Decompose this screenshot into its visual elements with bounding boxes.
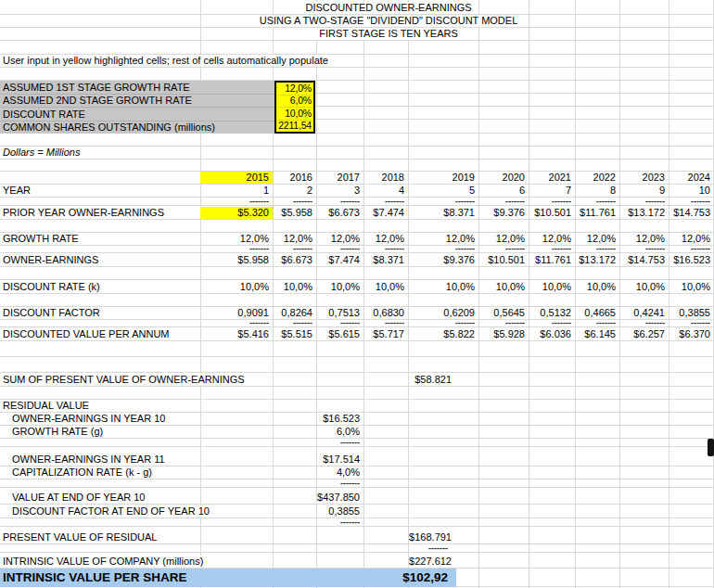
- value-cell: $5.717: [363, 328, 408, 340]
- value-cell: $16.523: [669, 254, 714, 266]
- year-cell: 2015: [200, 172, 273, 184]
- dash-row: -------: [0, 439, 714, 447]
- row-label: INTRINSIC VALUE OF COMPANY (millions): [0, 556, 200, 568]
- value-cell[interactable]: $13.172: [619, 207, 669, 219]
- value-cell[interactable]: $9.376: [478, 207, 529, 219]
- dash-cell: -------: [363, 321, 408, 326]
- value-cell: $13.172: [575, 254, 619, 266]
- value-cell[interactable]: $5.958: [273, 207, 316, 219]
- dash-cell: -------: [316, 247, 363, 252]
- dash-row: -------: [0, 544, 714, 553]
- dash-cell: -------: [408, 247, 478, 252]
- dash-cell: -------: [200, 247, 273, 252]
- dash-row: ----------------------------------------…: [0, 198, 714, 206]
- value-cell: $5.822: [408, 328, 478, 340]
- dash-cell: -------: [529, 247, 575, 252]
- dash-cell: -------: [619, 247, 669, 252]
- dash-cell: -------: [363, 247, 408, 252]
- year-number-cell: 8: [575, 185, 619, 197]
- input-value-cell[interactable]: 12,0%: [276, 83, 313, 96]
- intrinsic-company-row: INTRINSIC VALUE OF COMPANY (millions) $2…: [0, 555, 714, 569]
- dash-cell: -------: [669, 321, 714, 326]
- dash-cell: -------: [408, 321, 478, 326]
- value-cell: $5.928: [478, 328, 529, 340]
- dash-cell: -------: [363, 199, 408, 205]
- value-cell[interactable]: $5.320: [200, 207, 273, 219]
- input-value-cell[interactable]: 10,0%: [276, 108, 313, 121]
- intrinsic-share-row: INTRINSIC VALUE PER SHARE $102,92: [0, 569, 456, 587]
- cap-rate-row: CAPITALIZATION RATE (k - g) 4,0%: [0, 467, 714, 479]
- units-note: Dollars = Millions: [0, 147, 200, 159]
- dash-cell: -------: [316, 321, 363, 326]
- dash-cell: -------: [316, 481, 363, 487]
- value-cell[interactable]: $7.474: [363, 207, 408, 219]
- pv-residual-row: PRESENT VALUE OF RESIDUAL $168.791: [0, 530, 714, 544]
- value-end-y10-value: $437.850: [316, 492, 363, 504]
- value-cell: $5.958: [200, 254, 273, 266]
- title-row-1: DISCOUNTED OWNER-EARNINGS: [0, 0, 714, 15]
- value-cell[interactable]: $6.673: [316, 207, 363, 219]
- note-row: User input in yellow highlighted cells; …: [0, 55, 714, 68]
- value-cell: $6.036: [529, 328, 575, 340]
- sum-pv-value: $58.821: [408, 374, 478, 386]
- row-label: OWNER-EARNINGS IN YEAR 11: [0, 454, 200, 466]
- input-value-cell[interactable]: 2211,54: [276, 121, 313, 133]
- year-number-cell: 6: [478, 185, 529, 197]
- table-row-owner-earnings: OWNER-EARNINGS $5.958$6.673$7.474$8.371$…: [0, 253, 714, 267]
- value-end-y10-row: VALUE AT END OF YEAR 10 $437.850: [0, 491, 714, 505]
- value-cell: $11.761: [529, 254, 575, 266]
- dash-cell: -------: [408, 199, 478, 205]
- row-label: OWNER-EARNINGS: [0, 254, 200, 266]
- year-number-cell: 3: [316, 185, 363, 197]
- row-label: VALUE AT END OF YEAR 10: [0, 492, 200, 504]
- value-cell: 10,0%: [619, 281, 669, 293]
- dash-row: ----------------------------------------…: [0, 246, 714, 253]
- intrinsic-company-value: $227.612: [408, 556, 478, 568]
- dash-cell: -------: [575, 247, 619, 252]
- value-cell[interactable]: $10.501: [529, 207, 575, 219]
- oe-year10-row: OWNER-EARNINGS IN YEAR 10 $16.523: [0, 413, 714, 426]
- dash-cell: -------: [529, 321, 575, 326]
- growth-g-row: GROWTH RATE (g) 6,0%: [0, 426, 714, 439]
- dash-cell: -------: [408, 546, 478, 552]
- value-cell: 10,0%: [200, 281, 273, 293]
- input-row-label: ASSUMED 1ST STAGE GROWTH RATE: [0, 81, 274, 95]
- dash-cell: -------: [200, 321, 273, 326]
- dash-cell: -------: [575, 321, 619, 326]
- input-value-cell[interactable]: 6,0%: [276, 96, 313, 109]
- row-label: OWNER-EARNINGS IN YEAR 10: [0, 413, 200, 425]
- year-cell: 2016: [273, 172, 316, 184]
- grid-row: [0, 294, 714, 307]
- row-label: SUM OF PRESENT VALUE OF OWNER-EARNINGS: [0, 374, 200, 386]
- dash-cell: -------: [669, 247, 714, 252]
- value-cell[interactable]: $8.371: [408, 207, 478, 219]
- value-cell: $6.145: [575, 328, 619, 340]
- input-row-label: ASSUMED 2ND STAGE GROWTH RATE: [0, 95, 274, 109]
- row-label: GROWTH RATE (g): [0, 426, 200, 438]
- grid-row: [0, 387, 714, 400]
- section-header: RESIDUAL VALUE: [0, 400, 200, 412]
- year-number-cell: 9: [619, 185, 669, 197]
- row-label: GROWTH RATE: [0, 233, 200, 245]
- year-number-cell: 7: [529, 185, 575, 197]
- grid-row: [0, 134, 714, 147]
- value-cell: $9.376: [408, 254, 478, 266]
- scrollbar-thumb[interactable]: [708, 439, 714, 456]
- value-cell: $7.474: [316, 254, 363, 266]
- year-number-cell: 2: [273, 185, 316, 197]
- oe-year11-value: $17.514: [316, 454, 363, 466]
- input-values-block: 12,0%6,0%10,0%2211,54: [274, 81, 315, 134]
- grid-row: [0, 41, 714, 55]
- dash-cell: -------: [619, 321, 669, 326]
- year-cell: 2017: [316, 172, 363, 184]
- value-cell[interactable]: $11.761: [575, 207, 619, 219]
- input-note: User input in yellow highlighted cells; …: [0, 55, 200, 67]
- input-row-label: DISCOUNT RATE: [0, 108, 274, 121]
- value-cell[interactable]: $14.753: [669, 207, 714, 219]
- dash-row: -------: [0, 479, 714, 488]
- dash-cell: -------: [575, 199, 619, 205]
- dash-cell: -------: [273, 247, 316, 252]
- title-row-3: FIRST STAGE IS TEN YEARS: [0, 28, 714, 41]
- value-cell: 10,0%: [575, 281, 619, 293]
- dash-cell: -------: [273, 321, 316, 326]
